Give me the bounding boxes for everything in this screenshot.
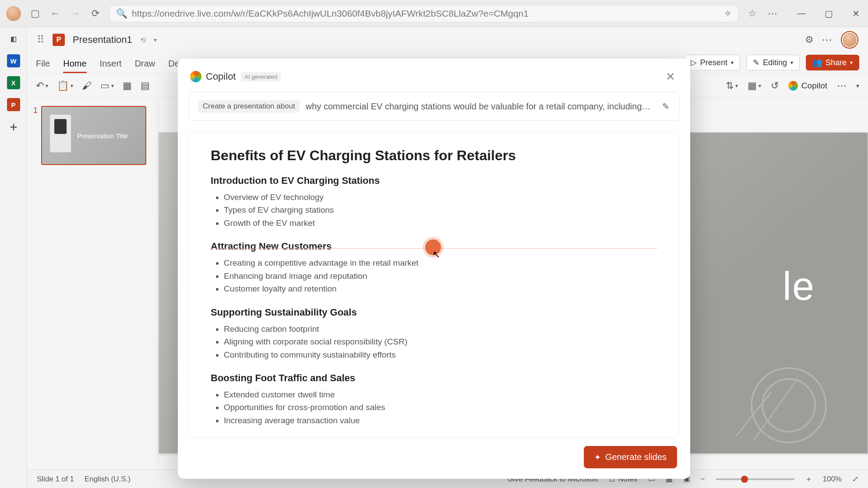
bullet: Extended customer dwell time [224, 388, 657, 401]
share-button[interactable]: 👥 Share ▾ [806, 55, 859, 70]
present-icon: ▷ [691, 58, 697, 67]
url-bar[interactable]: 🔍 https://onedrive.live.com/w/r/EaCKkPs6… [109, 5, 738, 22]
fit-to-window-icon[interactable]: ⤢ [852, 474, 858, 484]
tab-file[interactable]: File [36, 59, 50, 73]
sync-icon: ⟲ [140, 36, 146, 44]
pencil-icon: ✎ [753, 58, 759, 67]
prompt-box[interactable]: Create a presentation about why commerci… [188, 92, 680, 121]
rail-powerpoint-icon[interactable]: P [7, 98, 20, 111]
layout-button[interactable]: ▦ [123, 80, 132, 91]
chevron-down-icon[interactable]: ▾ [790, 60, 793, 66]
outline-section: Boosting Foot Traffic and Sales Extended… [211, 372, 657, 427]
modal-header: Copilot AI generated ✕ [178, 69, 690, 90]
thumbnail-number: 1 [33, 106, 38, 165]
chevron-down-icon[interactable]: ▾ [850, 60, 853, 66]
tab-home[interactable]: Home [63, 59, 86, 73]
editing-label: Editing [763, 58, 787, 67]
share-icon: 👥 [812, 58, 822, 67]
bullet: Creating a competitive advantage in the … [224, 256, 657, 269]
back-icon[interactable]: ← [49, 7, 61, 20]
user-avatar[interactable] [841, 31, 858, 49]
copilot-icon [788, 81, 798, 91]
bullet: Reducing carbon footprint [224, 323, 657, 335]
designer-button[interactable]: ▦▾ [748, 80, 761, 91]
powerpoint-logo-icon: P [53, 34, 65, 46]
rail-excel-icon[interactable]: X [7, 76, 20, 89]
present-button[interactable]: ▷ Present ▾ [684, 55, 740, 70]
settings-icon[interactable]: ⚙ [805, 34, 814, 46]
url-text: https://onedrive.live.com/w/r/EaCKkPs6Ac… [132, 8, 720, 19]
browser-bar: ▢ ← → ⟳ 🔍 https://onedrive.live.com/w/r/… [0, 0, 868, 27]
thumbnail-slide[interactable]: Presentation Title [41, 106, 146, 165]
arrange-button[interactable]: ⇅▾ [726, 80, 738, 91]
outline-section: Introduction to EV Charging Stations Ove… [211, 175, 657, 229]
edit-prompt-icon[interactable]: ✎ [662, 101, 670, 112]
zoom-value[interactable]: 100% [823, 475, 842, 484]
minimize-icon[interactable]: — [795, 8, 808, 19]
generate-slides-button[interactable]: ✦ Generate slides [584, 446, 677, 468]
undo-button[interactable]: ↶▾ [36, 80, 48, 91]
maximize-icon[interactable]: ▢ [822, 8, 835, 19]
present-label: Present [700, 58, 727, 67]
thumbnail-title: Presentation Title [77, 132, 128, 140]
svg-point-0 [762, 379, 815, 432]
site-info-icon[interactable]: ✧ [724, 8, 732, 19]
zoom-in-icon[interactable]: ＋ [805, 474, 812, 484]
rail-word-icon[interactable]: W [7, 54, 20, 67]
rail-add-icon[interactable]: ＋ [7, 120, 20, 133]
bullet: Aligning with corporate social responsib… [224, 335, 657, 348]
bullet: Opportunities for cross-promotion and sa… [224, 401, 657, 414]
decorative-lines [727, 366, 850, 445]
copilot-label: Copilot [801, 81, 827, 91]
tab-insert[interactable]: Insert [100, 59, 122, 73]
section-heading: Boosting Foot Traffic and Sales [211, 372, 657, 384]
bullet: Enhancing brand image and reputation [224, 270, 657, 282]
zoom-out-icon[interactable]: − [701, 475, 705, 484]
editing-mode-button[interactable]: ✎ Editing ▾ [746, 55, 800, 70]
format-painter-button[interactable]: 🖌 [82, 80, 92, 91]
bullet: Customer loyalty and retention [224, 282, 657, 295]
bullet: Contributing to community sustainability… [224, 348, 657, 361]
ribbon-collapse-icon[interactable]: ▾ [856, 82, 859, 89]
zoom-slider-thumb[interactable] [741, 476, 748, 483]
ev-charger-graphic [50, 115, 71, 152]
bullet: Types of EV charging stations [224, 204, 657, 216]
bullet: Growth of the EV market [224, 217, 657, 229]
forward-icon[interactable]: → [69, 7, 81, 20]
section-heading: Supporting Sustainability Goals [211, 307, 657, 318]
sparkle-icon: ✦ [594, 453, 601, 462]
paste-button[interactable]: 📋▾ [57, 80, 73, 91]
copilot-icon [190, 71, 201, 82]
close-modal-button[interactable]: ✕ [663, 69, 678, 84]
table-button[interactable]: ▤ [141, 80, 150, 91]
thumbnail-item[interactable]: 1 Presentation Title [33, 106, 152, 165]
reuse-button[interactable]: ↺ [771, 80, 779, 91]
language-status[interactable]: English (U.S.) [85, 475, 131, 484]
more-icon[interactable]: ⋯ [822, 34, 833, 46]
ribbon-more-icon[interactable]: ⋯ [837, 80, 847, 91]
chevron-down-icon[interactable]: ▾ [731, 60, 734, 66]
copilot-button[interactable]: Copilot [788, 81, 827, 91]
zoom-slider[interactable] [716, 478, 794, 480]
app-title-row: ⠿ P Presentation1 ⟲ ▾ ⚙ ⋯ [27, 27, 868, 53]
workspaces-icon[interactable]: ▢ [29, 7, 41, 20]
rail-home-icon[interactable]: ◧ [7, 32, 20, 46]
share-label: Share [826, 58, 847, 67]
document-name[interactable]: Presentation1 [73, 34, 132, 46]
new-slide-button[interactable]: ▭▾ [100, 80, 114, 91]
slide-count: Slide 1 of 1 [37, 475, 74, 484]
copilot-title: Copilot [206, 71, 236, 82]
app-launcher-icon[interactable]: ⠿ [37, 34, 45, 46]
close-window-icon[interactable]: ✕ [850, 8, 862, 19]
bullet: Increasing average transaction value [224, 414, 657, 427]
doc-name-caret-icon[interactable]: ▾ [154, 36, 157, 43]
favorites-icon[interactable]: ☆ [746, 7, 759, 20]
ai-generated-badge: AI generated [241, 72, 280, 81]
prompt-text: why commercial EV charging stations woul… [306, 102, 656, 112]
outline-panel[interactable]: Benefits of EV Charging Stations for Ret… [188, 132, 680, 438]
browser-profile-avatar[interactable] [6, 6, 21, 21]
browser-menu-icon[interactable]: ⋯ [766, 7, 779, 20]
outline-section: Supporting Sustainability Goals Reducing… [211, 307, 657, 361]
refresh-icon[interactable]: ⟳ [89, 7, 102, 20]
tab-draw[interactable]: Draw [135, 59, 155, 73]
